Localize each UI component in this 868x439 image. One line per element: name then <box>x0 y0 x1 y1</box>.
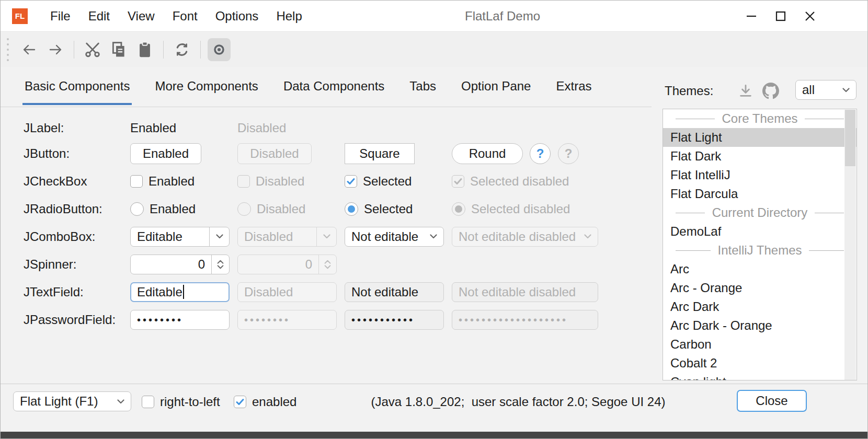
passwordfield-disabled: •••••••• <box>237 310 337 330</box>
menu-options[interactable]: Options <box>207 1 268 31</box>
enabled-button[interactable]: Enabled <box>130 143 201 164</box>
spinner-enabled[interactable]: 0 <box>130 255 230 274</box>
menu-file[interactable]: File <box>41 1 79 31</box>
theme-item-cyan-light[interactable]: Cyan light <box>663 373 856 380</box>
checkbox-selected[interactable]: Selected <box>345 167 412 195</box>
github-icon <box>762 83 779 99</box>
round-button[interactable]: Round <box>452 143 523 164</box>
show-hover-toggle-button[interactable] <box>208 38 231 61</box>
theme-item-demolaf[interactable]: DemoLaf <box>663 222 856 241</box>
bottom-dark-strip <box>1 432 867 438</box>
help-button-disabled: ? <box>558 143 579 164</box>
maximize-button[interactable] <box>766 1 795 32</box>
jtextfield-row-label: JTextField: <box>24 278 84 306</box>
chevron-down-icon <box>324 265 331 269</box>
copy-button[interactable] <box>107 38 130 61</box>
jcombobox-row: JComboBox: Editable Disabled Not editabl… <box>1 223 652 250</box>
textfield-value: Disabled <box>244 285 293 299</box>
radio-label: Disabled <box>257 202 305 216</box>
jradiobutton-row-label: JRadioButton: <box>24 195 102 223</box>
cut-button[interactable] <box>81 38 104 61</box>
chevron-down-icon[interactable] <box>217 265 224 269</box>
chevron-down-icon <box>111 392 131 411</box>
spinner-value[interactable]: 0 <box>131 255 211 274</box>
theme-item-arc[interactable]: Arc <box>663 260 856 279</box>
themes-filter-combobox[interactable]: all <box>795 80 856 100</box>
chevron-up-icon <box>324 260 331 264</box>
jcheckbox-row-label: JCheckBox <box>24 167 87 195</box>
square-button[interactable]: Square <box>345 143 415 164</box>
checkbox-checked-icon <box>452 175 464 188</box>
tab-option-pane[interactable]: Option Pane <box>460 79 532 105</box>
tab-data-components[interactable]: Data Components <box>282 79 385 105</box>
textfield-value: Not editable disabled <box>459 285 576 299</box>
toolbar-grip[interactable] <box>7 38 9 61</box>
help-button[interactable]: ? <box>530 143 551 164</box>
menu-help[interactable]: Help <box>267 1 311 31</box>
right-to-left-checkbox[interactable]: right-to-left <box>142 391 220 412</box>
back-button[interactable] <box>18 38 41 61</box>
theme-item-flat-dark[interactable]: Flat Dark <box>663 147 856 166</box>
forward-button[interactable] <box>44 38 67 61</box>
checkbox-icon <box>237 175 250 188</box>
checkbox-label: Enabled <box>149 174 195 189</box>
maximize-icon <box>773 8 789 24</box>
download-themes-button[interactable] <box>737 82 755 100</box>
radio-selected[interactable]: Selected <box>345 195 413 223</box>
textfield-not-editable-disabled: Not editable disabled <box>452 282 598 302</box>
passwordfield-editable[interactable]: •••••••• <box>130 310 230 330</box>
menu-edit[interactable]: Edit <box>79 1 119 31</box>
theme-item-flat-darcula[interactable]: Flat Darcula <box>663 184 856 203</box>
chevron-down-icon[interactable] <box>209 227 229 246</box>
jbutton-row: JButton: Enabled Disabled Square Round ?… <box>1 140 652 167</box>
refresh-button[interactable] <box>170 38 193 61</box>
jlabel-enabled: Enabled <box>130 114 176 142</box>
menu-font[interactable]: Font <box>164 1 207 31</box>
spinner-buttons[interactable] <box>211 255 229 274</box>
theme-item-arc-dark-orange[interactable]: Arc Dark - Orange <box>663 316 856 335</box>
paste-button[interactable] <box>133 38 156 61</box>
combobox-value: Not editable <box>345 229 424 244</box>
jradiobutton-row: JRadioButton: Enabled Disabled Selected … <box>1 195 652 223</box>
themes-list-separator: Current Directory <box>663 203 856 222</box>
theme-item-arc-dark[interactable]: Arc Dark <box>663 297 856 316</box>
theme-item-flat-light[interactable]: Flat Light <box>663 128 856 147</box>
combobox-value[interactable]: Editable <box>131 229 209 244</box>
checkbox-icon <box>142 396 154 408</box>
lookandfeel-value: Flat Light (F1) <box>14 394 111 409</box>
toolbar <box>1 32 867 67</box>
theme-item-flat-intellij[interactable]: Flat IntelliJ <box>663 166 856 184</box>
textfield-disabled: Disabled <box>237 282 337 302</box>
github-link-button[interactable] <box>762 82 780 100</box>
theme-item-arc-orange[interactable]: Arc - Orange <box>663 279 856 297</box>
theme-item-carbon[interactable]: Carbon <box>663 335 856 354</box>
close-button[interactable]: Close <box>737 390 807 412</box>
textfield-value: Not editable <box>351 285 418 299</box>
toolbar-separator <box>74 41 74 59</box>
tab-tabs[interactable]: Tabs <box>408 79 437 105</box>
lookandfeel-combobox[interactable]: Flat Light (F1) <box>13 391 131 411</box>
combobox-editable[interactable]: Editable <box>130 227 230 247</box>
menubar: File Edit View Font Options Help <box>41 1 311 31</box>
close-window-button[interactable] <box>795 1 825 32</box>
tab-basic-components[interactable]: Basic Components <box>24 79 131 105</box>
themes-scrollbar[interactable] <box>844 110 856 380</box>
checkbox-enabled[interactable]: Enabled <box>130 167 195 195</box>
tab-more-components[interactable]: More Components <box>154 79 259 105</box>
radio-enabled[interactable]: Enabled <box>130 195 196 223</box>
combobox-not-editable[interactable]: Not editable <box>345 227 444 247</box>
textfield-editable[interactable]: Editable <box>130 282 230 302</box>
scrollbar-thumb[interactable] <box>845 110 855 166</box>
combobox-value: Disabled <box>238 229 316 244</box>
checkbox-disabled: Disabled <box>237 167 304 195</box>
tab-extras[interactable]: Extras <box>555 79 592 105</box>
forward-arrow-icon <box>47 41 64 58</box>
minimize-button[interactable] <box>737 1 766 32</box>
enabled-checkbox[interactable]: enabled <box>234 391 296 412</box>
minimize-icon <box>744 8 759 24</box>
menu-view[interactable]: View <box>119 1 164 31</box>
app-window: FL File Edit View Font Options Help Flat… <box>0 0 868 439</box>
theme-item-cobalt-2[interactable]: Cobalt 2 <box>663 354 856 373</box>
chevron-up-icon[interactable] <box>217 260 224 264</box>
radio-label: Selected <box>364 202 413 216</box>
